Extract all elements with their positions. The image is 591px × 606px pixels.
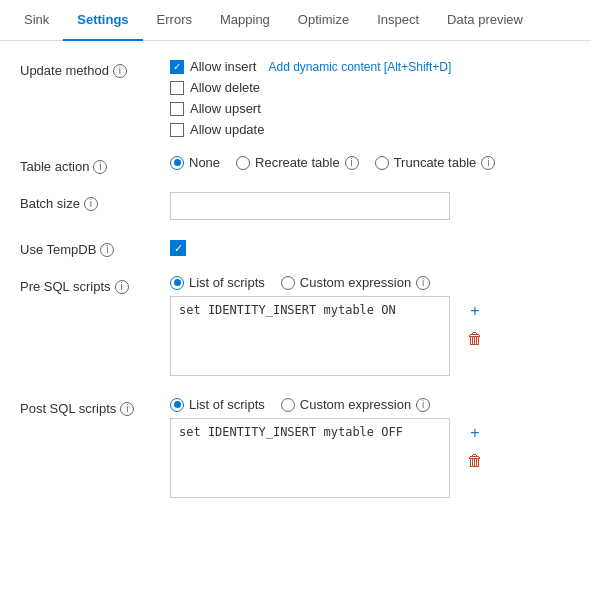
use-tempdb-checkmark: ✓: [174, 242, 183, 255]
allow-delete-label: Allow delete: [190, 80, 260, 95]
table-action-truncate[interactable]: Truncate table i: [375, 155, 496, 170]
post-sql-custom-radio[interactable]: [281, 398, 295, 412]
batch-size-row: Batch size i: [20, 192, 571, 220]
pre-sql-add-button[interactable]: +: [464, 300, 486, 322]
tab-mapping[interactable]: Mapping: [206, 0, 284, 41]
pre-sql-list-label: List of scripts: [189, 275, 265, 290]
pre-sql-scripts-info-icon[interactable]: i: [115, 280, 129, 294]
update-method-row: Update method i ✓ Allow insert Add dynam…: [20, 59, 571, 137]
settings-content: Update method i ✓ Allow insert Add dynam…: [0, 41, 591, 537]
post-sql-radio-group: List of scripts Custom expression i: [170, 397, 571, 412]
table-action-none-radio[interactable]: [170, 156, 184, 170]
pre-sql-custom-radio[interactable]: [281, 276, 295, 290]
pre-sql-textarea[interactable]: [170, 296, 450, 376]
post-sql-textarea[interactable]: [170, 418, 450, 498]
post-sql-script-area-wrapper: + 🗑: [170, 418, 450, 501]
post-sql-list-label: List of scripts: [189, 397, 265, 412]
dynamic-content-link[interactable]: Add dynamic content [Alt+Shift+D]: [268, 60, 451, 74]
use-tempdb-label: Use TempDB i: [20, 238, 170, 257]
post-sql-custom-info-icon[interactable]: i: [416, 398, 430, 412]
tab-optimize[interactable]: Optimize: [284, 0, 363, 41]
batch-size-input[interactable]: [170, 192, 450, 220]
use-tempdb-row: Use TempDB i ✓: [20, 238, 571, 257]
post-sql-delete-button[interactable]: 🗑: [464, 450, 486, 472]
use-tempdb-info-icon[interactable]: i: [100, 243, 114, 257]
use-tempdb-checkbox[interactable]: ✓: [170, 240, 186, 256]
post-sql-scripts-info-icon[interactable]: i: [120, 402, 134, 416]
table-action-options: None Recreate table i Truncate table i: [170, 155, 571, 170]
post-sql-custom-label: Custom expression: [300, 397, 411, 412]
allow-insert-row: ✓ Allow insert Add dynamic content [Alt+…: [170, 59, 571, 74]
pre-sql-custom-label: Custom expression: [300, 275, 411, 290]
truncate-table-info-icon[interactable]: i: [481, 156, 495, 170]
batch-size-info-icon[interactable]: i: [84, 197, 98, 211]
post-sql-scripts-row: Post SQL scripts i List of scripts Custo…: [20, 397, 571, 501]
tab-settings[interactable]: Settings: [63, 0, 142, 41]
table-action-recreate-label: Recreate table: [255, 155, 340, 170]
update-method-info-icon[interactable]: i: [113, 64, 127, 78]
allow-update-checkbox-item[interactable]: Allow update: [170, 122, 571, 137]
table-action-info-icon[interactable]: i: [93, 160, 107, 174]
pre-sql-custom-info-icon[interactable]: i: [416, 276, 430, 290]
allow-insert-label: Allow insert: [190, 59, 256, 74]
post-sql-actions: + 🗑: [464, 422, 486, 472]
recreate-table-info-icon[interactable]: i: [345, 156, 359, 170]
pre-sql-scripts-row: Pre SQL scripts i List of scripts Custom…: [20, 275, 571, 379]
allow-update-label: Allow update: [190, 122, 264, 137]
table-action-radio-group: None Recreate table i Truncate table i: [170, 155, 571, 170]
allow-insert-checkbox[interactable]: ✓: [170, 60, 184, 74]
table-action-row: Table action i None Recreate table i: [20, 155, 571, 174]
table-action-none-label: None: [189, 155, 220, 170]
pre-sql-list-radio[interactable]: [170, 276, 184, 290]
post-sql-scripts-content: List of scripts Custom expression i + 🗑: [170, 397, 571, 501]
pre-sql-scripts-label: Pre SQL scripts i: [20, 275, 170, 294]
post-sql-list-of-scripts[interactable]: List of scripts: [170, 397, 265, 412]
tab-data-preview[interactable]: Data preview: [433, 0, 537, 41]
table-action-recreate-radio[interactable]: [236, 156, 250, 170]
post-sql-add-button[interactable]: +: [464, 422, 486, 444]
update-method-options: ✓ Allow insert Add dynamic content [Alt+…: [170, 59, 571, 137]
table-action-truncate-label: Truncate table: [394, 155, 477, 170]
allow-insert-checkmark: ✓: [173, 62, 181, 72]
allow-upsert-checkbox-item[interactable]: Allow upsert: [170, 101, 571, 116]
allow-update-checkbox[interactable]: [170, 123, 184, 137]
pre-sql-scripts-content: List of scripts Custom expression i + 🗑: [170, 275, 571, 379]
batch-size-content: [170, 192, 571, 220]
pre-sql-delete-button[interactable]: 🗑: [464, 328, 486, 350]
allow-upsert-label: Allow upsert: [190, 101, 261, 116]
allow-delete-checkbox-item[interactable]: Allow delete: [170, 80, 571, 95]
table-action-label: Table action i: [20, 155, 170, 174]
allow-insert-checkbox-item[interactable]: ✓ Allow insert: [170, 59, 256, 74]
pre-sql-custom-expression[interactable]: Custom expression i: [281, 275, 430, 290]
post-sql-custom-expression[interactable]: Custom expression i: [281, 397, 430, 412]
pre-sql-script-area-wrapper: + 🗑: [170, 296, 450, 379]
update-method-label: Update method i: [20, 59, 170, 78]
post-sql-scripts-label: Post SQL scripts i: [20, 397, 170, 416]
pre-sql-actions: + 🗑: [464, 300, 486, 350]
tab-errors[interactable]: Errors: [143, 0, 206, 41]
table-action-truncate-radio[interactable]: [375, 156, 389, 170]
post-sql-list-radio[interactable]: [170, 398, 184, 412]
use-tempdb-content: ✓: [170, 238, 571, 256]
allow-delete-checkbox[interactable]: [170, 81, 184, 95]
tab-bar: Sink Settings Errors Mapping Optimize In…: [0, 0, 591, 41]
tab-sink[interactable]: Sink: [10, 0, 63, 41]
table-action-recreate[interactable]: Recreate table i: [236, 155, 359, 170]
allow-upsert-checkbox[interactable]: [170, 102, 184, 116]
table-action-none[interactable]: None: [170, 155, 220, 170]
pre-sql-radio-group: List of scripts Custom expression i: [170, 275, 571, 290]
tab-inspect[interactable]: Inspect: [363, 0, 433, 41]
pre-sql-list-of-scripts[interactable]: List of scripts: [170, 275, 265, 290]
batch-size-label: Batch size i: [20, 192, 170, 211]
